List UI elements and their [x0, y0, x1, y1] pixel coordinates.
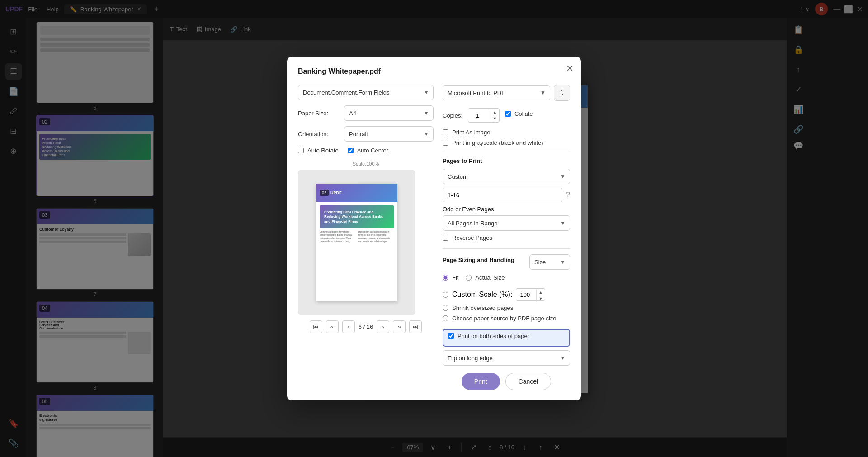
flip-edge-wrapper: Flip on long edge Flip on short edge ▼: [443, 350, 570, 366]
paper-source-radio-row: Choose paper source by PDF page size: [443, 315, 570, 322]
reverse-pages-checkbox[interactable]: [443, 235, 448, 241]
print-both-sides-checkbox[interactable]: [448, 333, 454, 339]
print-grayscale-row: Print in grayscale (black and white): [443, 139, 570, 146]
page-sizing-section: Page Sizing and Handling Size ▼ Fit: [443, 254, 570, 322]
shrink-oversized-radio[interactable]: [443, 305, 448, 311]
print-both-sides-row: Print on both sides of paper: [448, 333, 565, 339]
page-indicator: 6 / 16: [359, 324, 373, 330]
reverse-pages-row: Reverse Pages: [443, 234, 570, 241]
cancel-button[interactable]: Cancel: [505, 373, 552, 390]
scale-increment[interactable]: ▲: [536, 289, 544, 295]
custom-scale-radio[interactable]: [443, 292, 448, 298]
preview-page-number: 02: [320, 190, 329, 196]
print-grayscale-checkbox[interactable]: [443, 140, 448, 146]
modal-overlay: Banking Whitepaper.pdf ✕ Document,Commen…: [0, 0, 868, 457]
dialog-buttons: Print Cancel: [443, 373, 570, 390]
print-grayscale-label: Print in grayscale (black and white): [452, 139, 543, 146]
paper-size-label: Paper Size:: [298, 110, 339, 117]
dialog-right-panel: Microsoft Print to PDF ▼ 🖨 Copies: ▲ ▼: [443, 85, 570, 390]
preview-logo: UPDF: [330, 190, 342, 195]
actual-size-radio[interactable]: [466, 275, 472, 281]
nav-prev-skip-button[interactable]: «: [326, 320, 339, 333]
printer-row: Microsoft Print to PDF ▼ 🖨: [443, 85, 570, 101]
paper-size-select[interactable]: A4: [344, 105, 434, 121]
auto-rotate-checkbox[interactable]: [298, 148, 304, 153]
document-type-select[interactable]: Document,Comment,Form Fields: [298, 85, 434, 100]
preview-inner: 02 UPDF Promoting Best Practice and Redu…: [298, 170, 415, 315]
preview-box: 02 UPDF Promoting Best Practice and Redu…: [298, 170, 415, 315]
print-as-image-row: Print As Image: [443, 129, 570, 136]
copies-increment[interactable]: ▲: [491, 109, 499, 115]
flip-edge-select[interactable]: Flip on long edge Flip on short edge: [443, 350, 570, 366]
fit-radio[interactable]: [443, 275, 448, 281]
orientation-row: Orientation: Portrait ▼: [298, 126, 434, 142]
pages-to-print-section: Pages to Print Custom All Pages Current …: [443, 157, 570, 241]
preview-content: Promoting Best Practice and Reducing Wor…: [316, 202, 397, 247]
collate-checkbox[interactable]: [505, 111, 511, 117]
copies-decrement[interactable]: ▼: [491, 115, 499, 122]
pages-dropdown-wrapper: Custom All Pages Current Page ▼: [443, 169, 570, 184]
orientation-select[interactable]: Portrait: [344, 126, 434, 142]
auto-rotate-label: Auto Rotate: [307, 147, 339, 154]
shrink-oversized-label: Shrink oversized pages: [452, 305, 513, 311]
page-sizing-header: Page Sizing and Handling Size ▼: [443, 254, 570, 270]
custom-scale-spinner: ▲ ▼: [516, 288, 545, 301]
nav-next-button[interactable]: ›: [377, 320, 389, 333]
print-button[interactable]: Print: [462, 373, 500, 390]
odd-even-select[interactable]: All Pages in Range Odd Pages Only Even P…: [443, 215, 570, 231]
print-as-image-checkbox[interactable]: [443, 129, 448, 135]
print-both-sides-highlighted: Print on both sides of paper: [443, 329, 570, 347]
preview-title-block: Promoting Best Practice and Reducing Wor…: [320, 205, 394, 228]
print-as-image-label: Print As Image: [452, 129, 491, 136]
orientation-label: Orientation:: [298, 131, 339, 138]
size-mode-select[interactable]: Size: [529, 254, 570, 270]
page-range-input[interactable]: [443, 188, 562, 202]
custom-scale-row: Custom Scale (%): ▲ ▼: [443, 288, 570, 301]
dialog-title: Banking Whitepaper.pdf: [298, 67, 570, 76]
actual-size-radio-row: Actual Size: [466, 274, 505, 281]
preview-body-text: Commercial banks have been employing pap…: [320, 230, 394, 243]
printer-select[interactable]: Microsoft Print to PDF: [443, 85, 550, 100]
pages-to-print-title: Pages to Print: [443, 157, 570, 164]
collate-label: Collate: [514, 110, 533, 117]
dialog-body: Document,Comment,Form Fields ▼ Paper Siz…: [298, 85, 570, 390]
document-type-select-wrapper: Document,Comment,Form Fields ▼: [298, 85, 434, 100]
nav-last-button[interactable]: ⏭: [409, 320, 422, 333]
shrink-radio-row: Shrink oversized pages: [443, 305, 570, 311]
copies-label: Copies:: [443, 112, 462, 119]
size-mode-wrapper: Size ▼: [529, 254, 570, 270]
copies-spinner-buttons: ▲ ▼: [491, 109, 499, 122]
print-dialog: Banking Whitepaper.pdf ✕ Document,Commen…: [287, 57, 581, 400]
reverse-pages-label: Reverse Pages: [452, 234, 492, 241]
scale-decrement[interactable]: ▼: [536, 295, 544, 302]
dialog-left-panel: Document,Comment,Form Fields ▼ Paper Siz…: [298, 85, 434, 390]
paper-size-row: Paper Size: A4 ▼: [298, 105, 434, 121]
paper-source-label: Choose paper source by PDF page size: [452, 315, 557, 322]
nav-first-button[interactable]: ⏮: [310, 320, 322, 333]
page-sizing-title: Page Sizing and Handling: [443, 257, 514, 263]
copies-row: Copies: ▲ ▼ Collate: [443, 108, 570, 123]
fit-radio-row: Fit: [443, 274, 458, 281]
nav-prev-button[interactable]: ‹: [342, 320, 355, 333]
orientation-select-wrapper: Portrait ▼: [344, 126, 434, 142]
preview-header: 02 UPDF: [316, 184, 397, 202]
fit-actual-radio-group: Fit Actual Size: [443, 274, 570, 285]
preview-title-text: Promoting Best Practice and Reducing Wor…: [324, 210, 389, 224]
dialog-close-button[interactable]: ✕: [566, 64, 574, 73]
pages-dropdown[interactable]: Custom All Pages Current Page: [443, 169, 570, 184]
preview-page: 02 UPDF Promoting Best Practice and Redu…: [316, 184, 397, 301]
paper-size-select-wrapper: A4 ▼: [344, 105, 434, 121]
paper-source-radio[interactable]: [443, 315, 448, 321]
divider-2: [443, 248, 570, 249]
nav-next-skip-button[interactable]: »: [393, 320, 406, 333]
page-navigation: ⏮ « ‹ 6 / 16 › » ⏭: [298, 320, 434, 333]
printer-select-wrapper: Microsoft Print to PDF ▼: [443, 85, 550, 100]
fit-label: Fit: [452, 274, 458, 281]
auto-center-label: Auto Center: [357, 147, 388, 154]
page-range-help-icon[interactable]: ?: [566, 191, 570, 199]
printer-properties-button[interactable]: 🖨: [554, 85, 570, 101]
collate-row: Collate: [505, 110, 533, 117]
auto-center-checkbox[interactable]: [348, 148, 354, 153]
scale-spinner-buttons: ▲ ▼: [536, 289, 544, 302]
document-type-row: Document,Comment,Form Fields ▼: [298, 85, 434, 100]
